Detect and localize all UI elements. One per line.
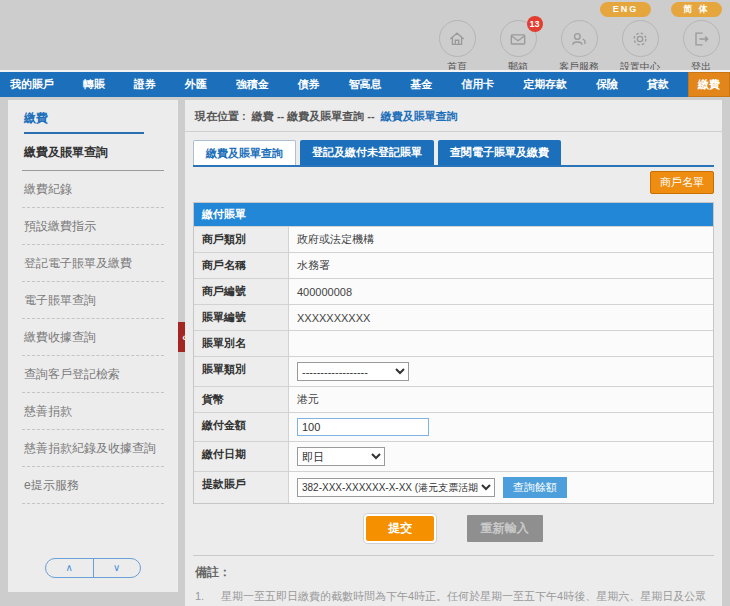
breadcrumb-current: 繳費及賬單查詢: [381, 110, 458, 122]
nav-item-bonds[interactable]: 債券: [288, 72, 330, 97]
payment-amount-input[interactable]: [297, 418, 429, 436]
merchant-name-value: 水務署: [289, 253, 713, 278]
nav-item-transfer[interactable]: 轉賬: [73, 72, 115, 97]
nav-item-insurance[interactable]: 保險: [586, 72, 628, 97]
form-row: 繳付金額: [194, 412, 713, 441]
form-actions: 提交 重新輸入: [185, 514, 722, 543]
sidebar-item-charity-donation[interactable]: 慈善捐款: [22, 393, 164, 430]
form-row: 商戶編號 400000008: [194, 278, 713, 304]
merchant-list-row: 商戶名單: [193, 171, 714, 194]
debit-account-select[interactable]: 382-XXX-XXXXXX-X-XX (港元支票活期存款賬戶): [297, 478, 495, 497]
nav-item-mpf[interactable]: 強積金: [226, 72, 279, 97]
bill-number-value: XXXXXXXXXX: [289, 305, 713, 330]
settings-button[interactable]: 設置中心: [617, 20, 663, 74]
breadcrumb: 現在位置 : 繳費 -- 繳費及賬單查詢 -- 繳費及賬單查詢: [185, 100, 722, 132]
currency-label: 貨幣: [194, 387, 289, 412]
nav-item-time-deposit[interactable]: 定期存款: [513, 72, 577, 97]
home-button[interactable]: 首頁: [434, 20, 480, 74]
notes-section: 備註： 1. 星期一至五即日繳費的截數時間為下午4時正。任何於星期一至五下午4時…: [195, 564, 712, 606]
form-row: 提款賬戶 382-XXX-XXXXXX-X-XX (港元支票活期存款賬戶) 查詢…: [194, 471, 713, 503]
bill-alias-value: [289, 331, 713, 356]
nav-item-loans[interactable]: 貸款: [637, 72, 679, 97]
nav-item-smart-interest[interactable]: 智高息: [338, 72, 391, 97]
bill-number-label: 賬單編號: [194, 305, 289, 330]
nav-item-credit-card[interactable]: 信用卡: [451, 72, 504, 97]
sidebar-pager: ∧ ∨: [45, 558, 141, 578]
customer-service-icon: [561, 20, 598, 57]
tab-register-pay-unregistered-bill[interactable]: 登記及繳付未登記賬單: [300, 140, 434, 165]
form-title: 繳付賬單: [194, 203, 713, 226]
logout-icon: [683, 20, 720, 57]
merchant-number-value: 400000008: [289, 279, 713, 304]
nav-item-my-accounts[interactable]: 我的賬戶: [0, 72, 64, 97]
form-row: 貨幣 港元: [194, 386, 713, 412]
sidebar-item-preset-payment-instruction[interactable]: 預設繳費指示: [22, 208, 164, 245]
form-row: 賬單編號 XXXXXXXXXX: [194, 304, 713, 330]
currency-value: 港元: [289, 387, 713, 412]
notes-divider: [193, 555, 714, 556]
breadcrumb-prefix: 現在位置 :: [195, 110, 246, 122]
sidebar-item-register-ebill[interactable]: 登記電子賬單及繳費: [22, 245, 164, 282]
mailbox-button[interactable]: 13 郵箱: [495, 20, 541, 74]
sidebar-title: 繳費: [24, 110, 144, 134]
settings-icon: [622, 20, 659, 57]
language-english-button[interactable]: ENG: [600, 2, 651, 17]
bill-type-label: 賬單類別: [194, 357, 289, 386]
merchant-category-value: 政府或法定機構: [289, 227, 713, 252]
page: ENG 简 体 首頁 13 郵箱 客戶服務: [0, 0, 730, 606]
nav-item-funds[interactable]: 基金: [400, 72, 442, 97]
sidebar-scroll-down-button[interactable]: ∨: [94, 559, 141, 577]
tab-view-ebill-and-payment[interactable]: 查閱電子賬單及繳費: [438, 140, 561, 165]
nav-item-bill-payment[interactable]: 繳費: [688, 72, 730, 97]
debit-account-label: 提款賬戶: [194, 472, 289, 503]
pay-bill-form: 繳付賬單 商戶類別 政府或法定機構 商戶名稱 水務署 商戶編號 40000000…: [193, 202, 714, 504]
note-number: 1.: [195, 587, 221, 606]
payment-date-label: 繳付日期: [194, 442, 289, 471]
main-nav: 我的賬戶 轉賬 證券 外匯 強積金 債券 智高息 基金 信用卡 定期存款 保險 …: [0, 70, 730, 97]
merchant-list-button[interactable]: 商戶名單: [650, 171, 714, 194]
nav-item-securities[interactable]: 證券: [124, 72, 166, 97]
note-text: 星期一至五即日繳費的截數時間為下午4時正。任何於星期一至五下午4時後、星期六、星…: [221, 587, 712, 606]
submit-button[interactable]: 提交: [364, 514, 436, 543]
sidebar-item-donation-records[interactable]: 慈善捐款紀錄及收據查詢: [22, 430, 164, 467]
sidebar: 繳費 繳費及賬單查詢 繳費紀錄 預設繳費指示 登記電子賬單及繳費 電子賬單查詢 …: [8, 100, 178, 592]
merchant-category-label: 商戶類別: [194, 227, 289, 252]
sidebar-item-payment-records[interactable]: 繳費紀錄: [22, 171, 164, 208]
top-header: ENG 简 体 首頁 13 郵箱 客戶服務: [0, 0, 730, 70]
breadcrumb-path: 繳費 -- 繳費及賬單查詢 --: [252, 110, 375, 122]
form-row: 賬單類別 ------------------: [194, 356, 713, 386]
form-row: 商戶類別 政府或法定機構: [194, 226, 713, 252]
logout-button[interactable]: 登出: [678, 20, 724, 74]
quick-icon-bar: 首頁 13 郵箱 客戶服務 設置中心: [434, 20, 724, 74]
tab-bill-payment-enquiry[interactable]: 繳費及賬單查詢: [193, 140, 296, 165]
bill-type-select[interactable]: ------------------: [297, 362, 409, 381]
merchant-name-label: 商戶名稱: [194, 253, 289, 278]
sidebar-item-payment-receipt-enquiry[interactable]: 繳費收據查詢: [22, 319, 164, 356]
main-content: 現在位置 : 繳費 -- 繳費及賬單查詢 -- 繳費及賬單查詢 繳費及賬單查詢 …: [185, 100, 722, 606]
customer-service-button[interactable]: 客戶服務: [556, 20, 602, 74]
language-simplified-button[interactable]: 简 体: [671, 2, 722, 17]
sidebar-item-customer-registration-search[interactable]: 查詢客戶登記檢索: [22, 356, 164, 393]
sidebar-item-e-alert-service[interactable]: e提示服務: [22, 467, 164, 504]
check-balance-button[interactable]: 查詢餘額: [503, 477, 567, 498]
home-icon: [439, 20, 476, 57]
merchant-number-label: 商戶編號: [194, 279, 289, 304]
notes-title: 備註：: [195, 564, 712, 581]
form-row: 賬單別名: [194, 330, 713, 356]
content-tabs: 繳費及賬單查詢 登記及繳付未登記賬單 查閱電子賬單及繳費: [193, 140, 714, 167]
form-row: 繳付日期 即日: [194, 441, 713, 471]
note-item: 1. 星期一至五即日繳費的截數時間為下午4時正。任何於星期一至五下午4時後、星期…: [195, 587, 712, 606]
nav-item-fx[interactable]: 外匯: [175, 72, 217, 97]
reset-button[interactable]: 重新輸入: [467, 515, 543, 542]
bill-alias-label: 賬單別名: [194, 331, 289, 356]
payment-amount-label: 繳付金額: [194, 413, 289, 441]
sidebar-item-bill-payment-enquiry[interactable]: 繳費及賬單查詢: [22, 134, 164, 171]
mail-badge: 13: [527, 16, 543, 32]
sidebar-item-ebill-enquiry[interactable]: 電子賬單查詢: [22, 282, 164, 319]
payment-date-select[interactable]: 即日: [297, 447, 385, 466]
mail-icon: 13: [500, 20, 537, 57]
sidebar-scroll-up-button[interactable]: ∧: [46, 559, 94, 577]
form-row: 商戶名稱 水務署: [194, 252, 713, 278]
